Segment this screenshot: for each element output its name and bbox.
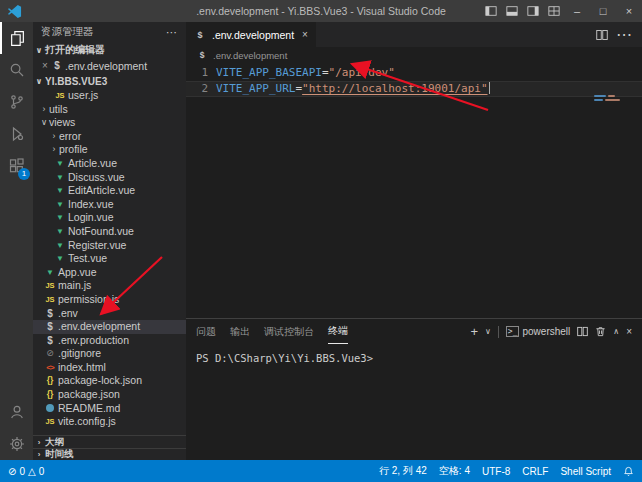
source-control-icon[interactable]	[0, 86, 33, 118]
tree-item-README.md[interactable]: README.md	[33, 402, 186, 416]
tree-item-.env.production[interactable]: $ .env.production	[33, 334, 186, 348]
tab-env-development[interactable]: $ .env.development ×	[186, 22, 316, 47]
vue-file-icon: ▼	[54, 225, 66, 239]
tree-item-views[interactable]: ∨ views	[33, 116, 186, 130]
explorer-icon[interactable]	[0, 22, 33, 54]
open-editors-header[interactable]: ∨ 打开的编辑器	[33, 42, 186, 58]
sidebar-bottom-sections: › 大纲 › 时间线	[33, 435, 186, 460]
tree-item-EditArticle.vue[interactable]: ▼ EditArticle.vue	[33, 184, 186, 198]
tree-item-.gitignore[interactable]: ⊘ .gitignore	[33, 347, 186, 361]
tree-item-user.js[interactable]: JS user.js	[33, 89, 186, 103]
split-terminal-icon[interactable]	[577, 326, 588, 337]
tree-item-main.js[interactable]: JS main.js	[33, 279, 186, 293]
eol-sequence[interactable]: CRLF	[522, 466, 548, 477]
warning-icon: △	[28, 466, 36, 477]
env-file-icon: $	[44, 307, 56, 321]
js-file-icon: JS	[44, 279, 56, 293]
status-bar: ⊘ 0 △ 0 行 2, 列 42 空格: 4 UTF-8 CRLF Shell…	[0, 460, 642, 482]
editor-tab-bar: $ .env.development × ⋯	[186, 22, 642, 47]
language-mode[interactable]: Shell Script	[560, 466, 611, 477]
tree-item-Index.vue[interactable]: ▼ Index.vue	[33, 198, 186, 212]
tree-item-label: Login.vue	[68, 211, 114, 225]
chevron-right-icon: ›	[39, 103, 49, 117]
close-window-button[interactable]: ×	[616, 0, 642, 22]
kill-terminal-icon[interactable]	[595, 326, 606, 337]
minimap[interactable]	[594, 95, 626, 103]
extensions-icon[interactable]: 1	[0, 150, 33, 182]
split-editor-icon[interactable]	[596, 29, 608, 41]
breadcrumb[interactable]: $ .env.development	[186, 47, 642, 63]
panel-tab-调试控制台[interactable]: 调试控制台	[264, 319, 314, 344]
tree-item-Test.vue[interactable]: ▼ Test.vue	[33, 252, 186, 266]
account-icon[interactable]	[0, 396, 33, 428]
code-line-2[interactable]: 2 VITE_APP_URL="http://localhost:19001/a…	[186, 81, 642, 97]
maximize-button[interactable]: □	[590, 0, 616, 22]
tree-item-label: package-lock.json	[58, 374, 142, 388]
tree-item-package-lock.json[interactable]: {} package-lock.json	[33, 374, 186, 388]
notifications-bell-icon[interactable]	[623, 466, 634, 477]
panel-tab-问题[interactable]: 问题	[196, 319, 216, 344]
errors-warnings[interactable]: ⊘ 0 △ 0	[8, 466, 44, 477]
separator	[498, 326, 499, 338]
toggle-panel-icon[interactable]	[501, 0, 522, 22]
tree-item-label: .env	[58, 307, 78, 321]
indentation[interactable]: 空格: 4	[439, 464, 470, 478]
new-terminal-icon[interactable]: +	[470, 324, 478, 339]
tree-item-label: .gitignore	[58, 347, 101, 361]
tree-item-App.vue[interactable]: ▼ App.vue	[33, 266, 186, 280]
html-file-icon: <>	[44, 361, 56, 375]
chevron-down-icon: ∨	[33, 77, 45, 86]
tree-item-utils[interactable]: › utils	[33, 103, 186, 117]
tree-item-NotFound.vue[interactable]: ▼ NotFound.vue	[33, 225, 186, 239]
maximize-panel-icon[interactable]: ∧	[613, 327, 619, 336]
tree-item-.env.development[interactable]: $ .env.development	[33, 320, 186, 334]
sidebar-section-时间线[interactable]: › 时间线	[33, 448, 186, 460]
tree-item-index.html[interactable]: <> index.html	[33, 361, 186, 375]
tree-item-.env[interactable]: $ .env	[33, 307, 186, 321]
tree-item-label: profile	[59, 143, 88, 157]
tree-item-permission.js[interactable]: JS permission.js	[33, 293, 186, 307]
line-number: 1	[186, 65, 208, 81]
tree-item-Article.vue[interactable]: ▼ Article.vue	[33, 157, 186, 171]
tree-item-Login.vue[interactable]: ▼ Login.vue	[33, 211, 186, 225]
sidebar-section-大纲[interactable]: › 大纲	[33, 436, 186, 448]
run-debug-icon[interactable]	[0, 118, 33, 150]
minimize-button[interactable]: –	[564, 0, 590, 22]
settings-gear-icon[interactable]	[0, 428, 33, 460]
tree-item-label: main.js	[58, 279, 91, 293]
open-editor-item[interactable]: × $ .env.development	[33, 58, 186, 73]
project-root-header[interactable]: ∨ YI.BBS.VUE3	[33, 73, 186, 89]
editor-more-actions-icon[interactable]: ⋯	[616, 25, 632, 44]
search-icon[interactable]	[0, 54, 33, 86]
panel-header: 问题 输出 调试控制台 终端 + ∨ >_ powershell ∧ ×	[186, 319, 642, 344]
terminal-dropdown-icon[interactable]: ∨	[485, 327, 491, 336]
code-line-1[interactable]: 1 VITE_APP_BASEAPI="/api-dev"	[186, 65, 642, 81]
url-link[interactable]: "http://localhost:19001/api"	[302, 82, 487, 95]
encoding[interactable]: UTF-8	[482, 466, 510, 477]
tree-item-label: README.md	[58, 402, 120, 416]
tree-item-label: App.vue	[58, 266, 97, 280]
json-file-icon: {}	[44, 388, 56, 402]
tree-item-vite.config.js[interactable]: JS vite.config.js	[33, 415, 186, 429]
tree-item-profile[interactable]: › profile	[33, 143, 186, 157]
chevron-down-icon: ∨	[39, 116, 49, 130]
customize-layout-icon[interactable]	[543, 0, 564, 22]
toggle-sidebar-icon[interactable]	[480, 0, 501, 22]
cursor-position[interactable]: 行 2, 列 42	[379, 464, 427, 478]
tree-item-error[interactable]: › error	[33, 130, 186, 144]
explorer-sidebar: 资源管理器 ⋯ ∨ 打开的编辑器 × $ .env.development ∨ …	[33, 22, 186, 460]
terminal-output[interactable]: PS D:\CSharp\Yi\Yi.BBS.Vue3>	[186, 344, 642, 372]
close-icon[interactable]: ×	[39, 60, 51, 71]
tree-item-Register.vue[interactable]: ▼ Register.vue	[33, 239, 186, 253]
tree-item-label: .env.production	[58, 334, 129, 348]
tree-item-package.json[interactable]: {} package.json	[33, 388, 186, 402]
panel-tab-输出[interactable]: 输出	[230, 319, 250, 344]
terminal-instance-powershell[interactable]: >_ powershell	[506, 326, 570, 337]
toggle-secondary-sidebar-icon[interactable]	[522, 0, 543, 22]
close-panel-icon[interactable]: ×	[626, 326, 632, 337]
panel-tab-终端[interactable]: 终端	[328, 319, 348, 344]
more-actions-icon[interactable]: ⋯	[166, 26, 178, 39]
tree-item-Discuss.vue[interactable]: ▼ Discuss.vue	[33, 171, 186, 185]
close-tab-icon[interactable]: ×	[302, 29, 308, 40]
tree-item-label: .env.development	[58, 320, 140, 334]
